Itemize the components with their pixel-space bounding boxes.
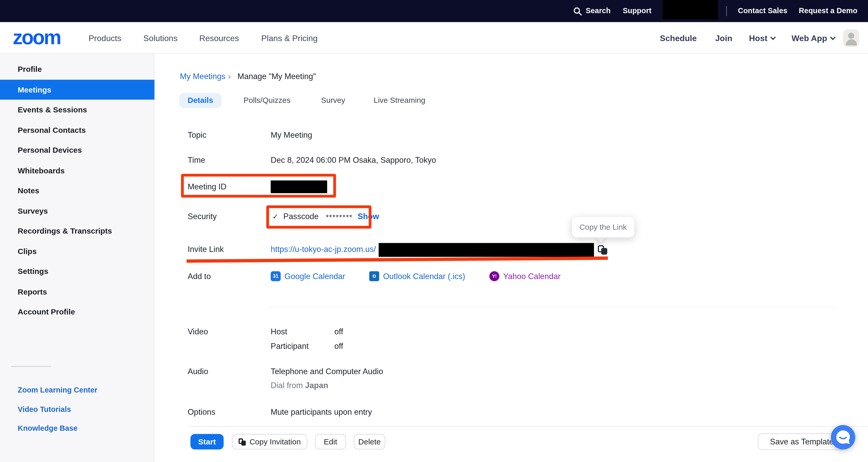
dial-from-label: Dial from [271, 381, 303, 390]
sidebar: Profile Meetings Events & Sessions Perso… [0, 54, 155, 462]
redaction-box-invite-link [379, 243, 594, 257]
dial-from-row: Dial from Japan [271, 380, 329, 391]
nav-resources[interactable]: Resources [199, 22, 239, 54]
redaction-box-topbar [662, 0, 718, 20]
security-label: Security [188, 211, 217, 222]
video-label: Video [188, 326, 208, 337]
nav-solutions[interactable]: Solutions [144, 22, 178, 54]
sidebar-item-surveys[interactable]: Surveys [0, 201, 155, 221]
google-calendar-link[interactable]: Google Calendar [284, 271, 345, 282]
video-participant-name: Participant [271, 340, 309, 351]
invite-link-url[interactable]: https://u-tokyo-ac-jp.zoom.us/ [271, 244, 376, 255]
zoom-logo[interactable]: zoom [13, 22, 60, 54]
audio-value: Telephone and Computer Audio [271, 366, 383, 377]
options-value: Mute participants upon entry [271, 406, 372, 417]
checkmark-icon: ✓ [272, 213, 278, 221]
copy-invitation-label: Copy Invitation [249, 435, 301, 449]
outlook-calendar-link[interactable]: Outlook Calendar (.ics) [383, 271, 465, 282]
nav-web-app-label: Web App [792, 33, 827, 43]
sidebar-item-clips[interactable]: Clips [0, 241, 155, 261]
sidebar-item-meetings[interactable]: Meetings [0, 79, 155, 99]
chevron-down-icon [830, 35, 836, 40]
breadcrumb-current: Manage "My Meeting" [238, 71, 316, 82]
main-nav-bar [0, 22, 868, 54]
sidebar-link-learning-center[interactable]: Zoom Learning Center [0, 381, 155, 400]
sidebar-item-personal-contacts[interactable]: Personal Contacts [0, 120, 155, 140]
yahoo-calendar-icon[interactable]: Y! [489, 271, 499, 281]
copy-invitation-button[interactable]: Copy Invitation [232, 434, 307, 449]
sidebar-link-knowledge-base[interactable]: Knowledge Base [0, 419, 155, 438]
video-host-value: off [334, 326, 343, 337]
dial-country: Japan [305, 381, 328, 390]
add-to-label: Add to [188, 271, 211, 282]
nav-plans-pricing[interactable]: Plans & Pricing [261, 22, 318, 54]
zoom-web-portal: Search Support Contact Sales Request a D… [0, 0, 868, 462]
video-participant-value: off [334, 340, 343, 351]
sidebar-item-recordings[interactable]: Recordings & Transcripts [0, 221, 155, 241]
delete-button[interactable]: Delete [354, 434, 385, 449]
redaction-box-meeting-id [271, 180, 328, 193]
invite-link-label: Invite Link [188, 244, 224, 255]
breadcrumb-separator: › [228, 71, 231, 82]
sidebar-item-account-profile[interactable]: Account Profile [0, 302, 155, 322]
passcode-mask: ******** [326, 213, 353, 221]
request-demo-link[interactable]: Request a Demo [799, 0, 858, 22]
section-divider [270, 307, 835, 307]
breadcrumb-my-meetings[interactable]: My Meetings [180, 71, 225, 82]
tab-live-streaming[interactable]: Live Streaming [374, 93, 425, 108]
audio-label: Audio [188, 366, 208, 377]
sidebar-item-profile[interactable]: Profile [0, 59, 155, 79]
meeting-id-label: Meeting ID [188, 181, 226, 192]
tab-details[interactable]: Details [179, 93, 221, 108]
sidebar-item-notes[interactable]: Notes [0, 180, 155, 201]
tab-survey[interactable]: Survey [321, 93, 345, 108]
nav-products[interactable]: Products [89, 22, 121, 54]
sidebar-item-whiteboards[interactable]: Whiteboards [0, 160, 155, 180]
video-host-name: Host [271, 326, 287, 337]
topic-value: My Meeting [271, 129, 312, 141]
top-utility-bar: Search Support Contact Sales Request a D… [0, 0, 868, 22]
passcode-label: Passcode [283, 212, 319, 221]
nav-join[interactable]: Join [715, 22, 732, 54]
start-button[interactable]: Start [190, 434, 224, 449]
user-avatar[interactable] [843, 29, 859, 47]
nav-web-app-menu[interactable]: Web App [792, 22, 835, 54]
avatar-person-icon [848, 33, 854, 39]
nav-host-menu[interactable]: Host [749, 22, 775, 54]
search-icon[interactable] [574, 7, 582, 16]
show-passcode-link[interactable]: Show [358, 212, 379, 221]
tab-polls-quizzes[interactable]: Polls/Quizzes [244, 93, 291, 108]
sidebar-item-settings[interactable]: Settings [0, 261, 155, 281]
edit-button[interactable]: Edit [315, 434, 346, 449]
sidebar-item-personal-devices[interactable]: Personal Devices [0, 140, 155, 160]
google-calendar-icon[interactable]: 31 [271, 271, 281, 281]
copy-icon [239, 438, 246, 445]
sidebar-menu: Profile Meetings Events & Sessions Perso… [0, 59, 155, 322]
copy-link-tooltip: Copy the Link [572, 217, 634, 238]
chevron-down-icon [771, 35, 776, 40]
topic-label: Topic [188, 129, 207, 141]
nav-schedule[interactable]: Schedule [660, 22, 697, 54]
contact-sales-link[interactable]: Contact Sales [738, 0, 787, 22]
outlook-calendar-icon[interactable]: o [369, 271, 379, 281]
copy-link-icon[interactable] [598, 245, 607, 254]
security-value-row: ✓Passcode********Show [272, 211, 379, 222]
sidebar-item-reports[interactable]: Reports [0, 281, 155, 302]
nav-host-label: Host [749, 33, 767, 43]
yahoo-calendar-link[interactable]: Yahoo Calendar [503, 271, 560, 282]
action-bar: Start Copy Invitation Edit Delete Save a… [155, 427, 868, 462]
time-label: Time [188, 155, 205, 166]
sidebar-link-video-tutorials[interactable]: Video Tutorials [0, 400, 155, 419]
annotation-underline-invite-link [187, 256, 608, 263]
support-link[interactable]: Support [623, 0, 651, 22]
time-value: Dec 8, 2024 06:00 PM Osaka, Sapporo, Tok… [271, 155, 436, 166]
chat-widget-button[interactable] [830, 425, 856, 450]
sidebar-help-links: Zoom Learning Center Video Tutorials Kno… [0, 381, 155, 438]
sidebar-divider [11, 366, 52, 367]
options-label: Options [188, 406, 215, 417]
topbar-divider [726, 6, 727, 16]
search-link[interactable]: Search [586, 0, 610, 22]
sidebar-item-events-sessions[interactable]: Events & Sessions [0, 100, 155, 120]
